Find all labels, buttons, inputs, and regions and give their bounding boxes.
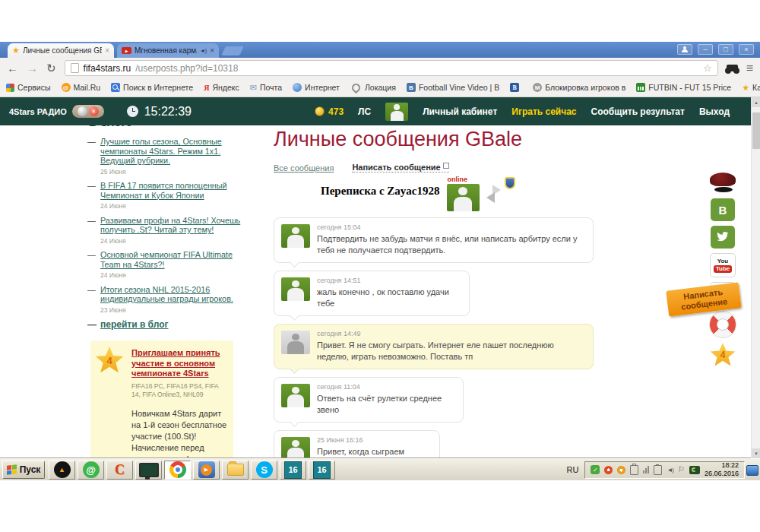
action-center-flag-icon[interactable]: ⚐ bbox=[678, 466, 685, 473]
message-date: сегодня 11:04 bbox=[317, 383, 454, 391]
extension-binoculars-icon[interactable] bbox=[727, 65, 738, 71]
message-date: 25 Июня 16:16 bbox=[317, 436, 430, 444]
officer-cap-icon[interactable] bbox=[708, 173, 737, 194]
nav-logout[interactable]: Выход bbox=[699, 106, 730, 117]
address-bar[interactable]: fifa4stars.ru /userposts.php?id=10318 ☆ bbox=[65, 60, 718, 76]
tab-personal-messages[interactable]: ★ Личные сообщения GBale. × bbox=[8, 43, 114, 58]
forward-icon[interactable]: → bbox=[27, 62, 38, 74]
own-avatar[interactable] bbox=[447, 184, 480, 211]
clipboard-tray-icon[interactable] bbox=[654, 465, 662, 475]
bookmark-football-vine[interactable]: B Football Vine Video | B bbox=[407, 83, 499, 92]
sender-avatar[interactable] bbox=[281, 277, 310, 301]
lifebuoy-help-icon[interactable] bbox=[709, 311, 736, 338]
aimp-tray-icon[interactable] bbox=[617, 466, 625, 474]
apps-grid-icon bbox=[6, 84, 14, 92]
refresh-icon[interactable]: ↻ bbox=[46, 62, 56, 74]
promo-title-link[interactable]: Приглашаем принять участие в основном че… bbox=[131, 348, 227, 379]
promo-box: 4 Приглашаем принять участие в основном … bbox=[90, 340, 233, 458]
blog-post: Итоги сезона NHL 2015-2016 индивидуальны… bbox=[87, 285, 244, 315]
profile-button[interactable] bbox=[677, 44, 692, 55]
back-icon[interactable]: ← bbox=[7, 62, 18, 74]
volume-tray-icon[interactable]: ◄) bbox=[667, 467, 673, 473]
nvidia-tray-icon[interactable] bbox=[689, 466, 700, 474]
language-indicator[interactable]: RU bbox=[563, 463, 581, 477]
radio-play-icon[interactable] bbox=[78, 106, 87, 116]
taskbar-aimp-button[interactable]: ▲ bbox=[49, 461, 75, 480]
bookmark-star-icon[interactable]: ☆ bbox=[703, 62, 712, 74]
antivirus-tray-icon[interactable]: ✓ bbox=[591, 465, 600, 474]
fifa16-icon: 16 bbox=[284, 461, 302, 479]
all-messages-link[interactable]: Все сообщения bbox=[274, 163, 334, 173]
sender-avatar[interactable] bbox=[281, 331, 310, 354]
nav-report-result[interactable]: Сообщить результат bbox=[591, 106, 685, 117]
vk-social-icon[interactable]: B bbox=[711, 198, 735, 221]
header-right: 473 ЛС Личный кабинет Играть сейчас Сооб… bbox=[315, 103, 730, 121]
message-list: сегодня 15:04 Подтвердить не забудь матч… bbox=[274, 217, 594, 458]
restore-button[interactable]: □ bbox=[718, 44, 733, 55]
tab-title: Личные сообщения GBale. bbox=[23, 46, 102, 55]
taskbar-monitor-button[interactable] bbox=[135, 461, 162, 480]
bookmark-create-server[interactable]: ★ Как создать свой серв bbox=[742, 83, 760, 93]
bookmark-b[interactable]: B bbox=[510, 83, 522, 92]
taskbar-fifa16-button[interactable]: 16 bbox=[280, 461, 306, 480]
sender-avatar[interactable] bbox=[281, 224, 310, 248]
scrollbar-thumb[interactable] bbox=[752, 112, 760, 149]
twitter-social-icon[interactable] bbox=[711, 226, 735, 249]
blog-post-link[interactable]: Развиваем профи на 4Stars! Хочешь получи… bbox=[100, 216, 240, 235]
red-tray-icon[interactable] bbox=[604, 466, 613, 474]
tab-youtube[interactable]: ▶ Мгновенная карма! | Л ◄) × bbox=[117, 43, 219, 58]
show-desktop-icon[interactable] bbox=[746, 465, 758, 476]
radio-controls[interactable]: × bbox=[72, 105, 104, 118]
goto-blog-link[interactable]: перейти в блог bbox=[100, 319, 169, 330]
quick-launch: ▲ @ C ▶ S 16 16 bbox=[49, 461, 335, 480]
sender-avatar[interactable] bbox=[281, 384, 310, 407]
bookmark-block-players[interactable]: M Блокировка игроков в bbox=[533, 83, 625, 92]
bookmark-mail[interactable]: ✉ Почта bbox=[250, 83, 282, 93]
tray-date: 26.06.2016 bbox=[705, 470, 739, 478]
blog-post-link[interactable]: Лучшие голы сезона, Основные чемпионаты … bbox=[100, 137, 222, 165]
network-signal-icon[interactable] bbox=[643, 466, 649, 473]
taskbar-ccleaner-button[interactable]: C bbox=[106, 461, 133, 480]
bookmark-mailru[interactable]: @ Mail.Ru bbox=[62, 83, 101, 92]
sender-avatar[interactable] bbox=[281, 437, 310, 458]
bookmark-internet[interactable]: Интернет bbox=[293, 83, 340, 92]
blog-post-link[interactable]: Итоги сезона NHL 2015-2016 индивидуальны… bbox=[100, 285, 233, 304]
taskbar-fifa16-button-2[interactable]: 16 bbox=[309, 461, 335, 480]
bookmark-services[interactable]: Сервисы bbox=[6, 83, 51, 92]
new-tab-button[interactable] bbox=[221, 46, 244, 55]
private-messages-link[interactable]: ЛС bbox=[358, 106, 371, 117]
youtube-social-icon[interactable]: You Tube bbox=[710, 253, 736, 277]
radio-stop-icon[interactable]: × bbox=[89, 106, 99, 116]
scroll-down-icon[interactable]: ▼ bbox=[752, 448, 760, 458]
taskbar-agent-button[interactable]: @ bbox=[78, 461, 104, 480]
close-icon[interactable]: × bbox=[105, 46, 109, 55]
tray-clock[interactable]: 18:22 26.06.2016 bbox=[705, 461, 739, 478]
scroll-up-icon[interactable]: ▲ bbox=[752, 97, 760, 107]
start-button[interactable]: Пуск bbox=[2, 461, 45, 479]
blog-post-link[interactable]: В FIFA 17 появится полноценный Чемпионат… bbox=[100, 181, 227, 200]
blog-post-date: 25 Июня bbox=[100, 167, 244, 177]
bookmark-label: Блокировка игроков в bbox=[545, 83, 625, 92]
nav-play-now[interactable]: Играть сейчас bbox=[511, 106, 576, 117]
bookmark-futbin[interactable]: FUTBIN - FUT 15 Price bbox=[636, 83, 731, 92]
cap-crown bbox=[710, 173, 736, 186]
menu-icon[interactable]: ≡ bbox=[746, 62, 753, 74]
write-message-link[interactable]: Написать сообщение bbox=[352, 163, 448, 173]
page-scrollbar: ▲ ▼ bbox=[751, 97, 760, 458]
bookmark-yandex[interactable]: Я Яндекс bbox=[204, 83, 239, 92]
bookmark-search[interactable]: Поиск в Интернете bbox=[111, 83, 193, 92]
user-avatar[interactable] bbox=[385, 103, 408, 121]
close-icon[interactable]: × bbox=[210, 46, 214, 55]
usb-tray-icon[interactable] bbox=[630, 465, 638, 475]
close-window-button[interactable]: × bbox=[739, 44, 754, 55]
taskbar-explorer-button[interactable] bbox=[222, 461, 249, 480]
taskbar-player-button[interactable]: ▶ bbox=[193, 461, 220, 480]
bookmark-location[interactable]: Локация bbox=[350, 83, 396, 92]
windows-taskbar: Пуск ▲ @ C ▶ S 16 16 RU ✓ ◄) ⚐ 18:22 bbox=[0, 458, 760, 480]
taskbar-skype-button[interactable]: S bbox=[251, 461, 277, 480]
blog-post-link[interactable]: Основной чемпионат FIFA Ultimate Team на… bbox=[100, 250, 233, 269]
taskbar-chrome-button[interactable] bbox=[164, 461, 191, 480]
minimize-button[interactable]: – bbox=[698, 44, 713, 55]
rail-star[interactable]: 4 bbox=[710, 343, 736, 367]
nav-personal-cabinet[interactable]: Личный кабинет bbox=[423, 106, 497, 117]
